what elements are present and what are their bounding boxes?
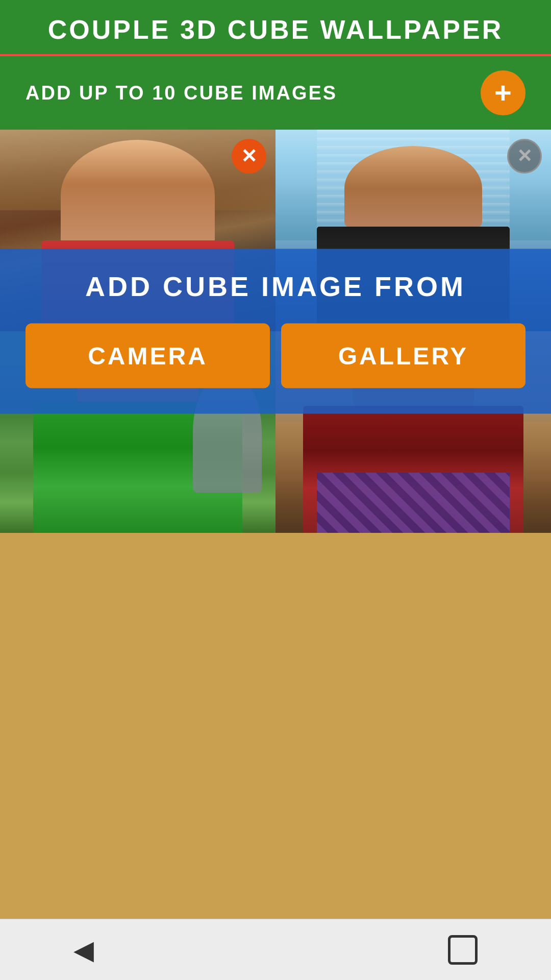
overlay-buttons: CAMERA GALLERY <box>15 324 536 388</box>
navigation-bar: ◀ <box>0 919 551 980</box>
camera-button[interactable]: CAMERA <box>26 324 270 388</box>
gallery-button[interactable]: GALLERY <box>281 324 525 388</box>
close-icon-2: ✕ <box>517 147 532 165</box>
back-icon: ◀ <box>73 935 94 965</box>
close-button-1[interactable]: ✕ <box>232 139 266 174</box>
app-title: COUPLE 3D CUBE WALLPAPER <box>10 14 541 45</box>
bottom-area <box>0 533 551 946</box>
overlay-title: ADD CUBE IMAGE FROM <box>85 271 466 302</box>
recents-nav-button[interactable] <box>428 930 498 970</box>
close-icon-1: ✕ <box>241 146 257 166</box>
add-image-button[interactable]: + <box>481 70 525 115</box>
subheader: ADD UP TO 10 CUBE IMAGES + <box>0 56 551 130</box>
square-icon <box>448 935 478 965</box>
add-image-overlay: ADD CUBE IMAGE FROM CAMERA GALLERY <box>0 249 551 414</box>
back-nav-button[interactable]: ◀ <box>53 929 114 970</box>
header-title-bar: COUPLE 3D CUBE WALLPAPER <box>0 0 551 54</box>
add-images-label: ADD UP TO 10 CUBE IMAGES <box>26 82 337 104</box>
app-container: COUPLE 3D CUBE WALLPAPER ADD UP TO 10 CU… <box>0 0 551 980</box>
header: COUPLE 3D CUBE WALLPAPER ADD UP TO 10 CU… <box>0 0 551 130</box>
image-grid-container: ✕ ✕ <box>0 130 551 533</box>
close-button-2[interactable]: ✕ <box>507 139 542 174</box>
